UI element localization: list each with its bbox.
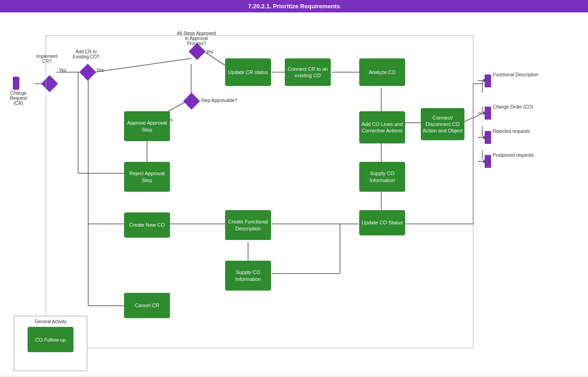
step-approvable-diamond xyxy=(183,93,200,110)
implement-cr-label: Implement CR? xyxy=(33,54,61,64)
rejected-label: Rejected requests xyxy=(493,129,539,134)
update-co-status-box[interactable]: Update CO Status xyxy=(359,210,405,235)
reject-approval-step-box[interactable]: Reject Approval Step xyxy=(124,162,170,192)
create-new-co-box[interactable]: Create New CO xyxy=(124,212,170,238)
functional-desc-rect xyxy=(485,74,491,87)
postponed-label: Postponed requests xyxy=(493,153,539,158)
add-cr-diamond xyxy=(79,64,96,81)
approve-approval-step-box[interactable]: Approve Approval Step xyxy=(124,111,170,141)
page-title: 7.20.2.1. Prioritize Requirements xyxy=(248,3,340,10)
change-request-box xyxy=(13,77,19,90)
legend-title: General Activity xyxy=(19,319,82,324)
add-co-lines-box[interactable]: Add CO Lines and Corrective Actions xyxy=(359,111,405,143)
supply-co-info-bottom-box[interactable]: Supply CO Information xyxy=(225,261,271,291)
title-bar: 7.20.2.1. Prioritize Requirements xyxy=(0,0,588,12)
functional-desc-label: Functional Description xyxy=(493,72,539,77)
all-steps-label: All Steps Approved in Approval Process? xyxy=(177,31,216,46)
implement-cr-diamond xyxy=(41,75,58,92)
add-cr-label: Add CR to Existing CO? xyxy=(71,49,101,59)
analyze-co-box[interactable]: Analyze CO xyxy=(359,58,405,86)
co-follow-up-legend: CO Follow up xyxy=(28,327,74,352)
change-request-label: Change Request (CR) xyxy=(5,91,32,106)
svg-line-2 xyxy=(95,58,191,72)
svg-line-13 xyxy=(462,114,482,123)
legend-box: General Activity CO Follow up xyxy=(14,316,87,371)
diagram-area: Change Request (CR) Implement CR? Yes Ad… xyxy=(0,12,588,376)
connect-disconnect-box[interactable]: Connect/ Disconnect CO Action and Object xyxy=(421,108,464,140)
postponed-rect xyxy=(485,155,491,168)
change-order-rect xyxy=(485,107,491,120)
yes1-label: Yes xyxy=(59,68,66,73)
cancel-cr-box[interactable]: Cancel CR xyxy=(124,293,170,318)
yes3-label: Yes xyxy=(206,49,213,54)
connect-cr-box[interactable]: Connect CR to an existing CO xyxy=(285,58,331,86)
create-functional-box[interactable]: Create Functional Description xyxy=(225,210,271,240)
yes2-label: Yes xyxy=(96,68,104,73)
step-approvable-label: Step Approvable? xyxy=(201,98,237,103)
update-cr-status-box[interactable]: Update CR status xyxy=(225,58,271,86)
supply-co-info-top-box[interactable]: Supply CO Information xyxy=(359,162,405,192)
change-order-label: Change Order (CO) xyxy=(493,104,539,109)
rejected-rect xyxy=(485,131,491,144)
